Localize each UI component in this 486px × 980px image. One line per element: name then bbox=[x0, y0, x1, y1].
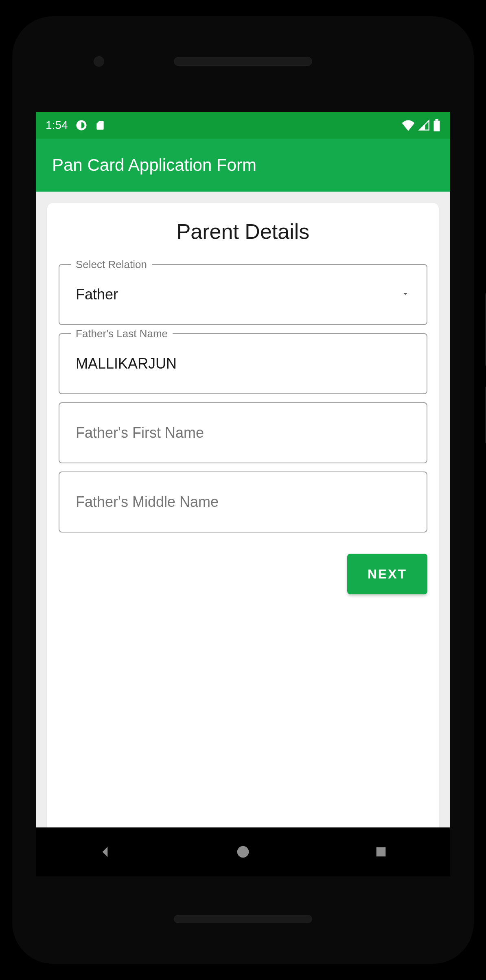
svg-rect-4 bbox=[377, 847, 386, 857]
svg-rect-2 bbox=[435, 119, 438, 121]
status-time: 1:54 bbox=[46, 119, 68, 132]
lastname-input[interactable] bbox=[76, 355, 410, 372]
signal-icon bbox=[418, 120, 430, 131]
app-notification-icon bbox=[75, 119, 88, 131]
content: Parent Details Select Relation Father bbox=[36, 192, 450, 876]
firstname-input[interactable] bbox=[76, 424, 410, 441]
device-speaker-bottom bbox=[174, 915, 312, 923]
relation-label: Select Relation bbox=[71, 258, 152, 271]
nav-bar bbox=[36, 827, 450, 876]
firstname-field bbox=[59, 402, 427, 463]
device-frame: 1:54 bbox=[0, 0, 486, 980]
form-card: Parent Details Select Relation Father bbox=[47, 203, 439, 865]
device-speaker-top bbox=[174, 57, 312, 66]
relation-value: Father bbox=[76, 286, 401, 303]
battery-icon bbox=[433, 119, 440, 131]
app-bar: Pan Card Application Form bbox=[36, 139, 450, 192]
device-inner: 1:54 bbox=[12, 16, 474, 964]
chevron-down-icon bbox=[401, 289, 410, 300]
home-button[interactable] bbox=[231, 840, 255, 864]
app-title: Pan Card Application Form bbox=[52, 155, 256, 175]
middlename-field bbox=[59, 471, 427, 533]
lastname-field: Father's Last Name bbox=[59, 333, 427, 394]
status-left: 1:54 bbox=[46, 119, 105, 132]
device-camera bbox=[94, 56, 104, 67]
sd-card-icon bbox=[95, 119, 105, 131]
screen: 1:54 bbox=[36, 112, 450, 876]
status-right bbox=[401, 119, 440, 131]
section-title: Parent Details bbox=[59, 219, 427, 244]
lastname-label: Father's Last Name bbox=[71, 327, 173, 340]
svg-point-3 bbox=[237, 846, 249, 858]
svg-rect-1 bbox=[434, 121, 440, 131]
relation-field: Select Relation Father bbox=[59, 264, 427, 325]
recent-button[interactable] bbox=[369, 840, 393, 864]
wifi-icon bbox=[401, 120, 415, 131]
relation-select[interactable]: Select Relation Father bbox=[59, 264, 427, 325]
middlename-input[interactable] bbox=[76, 493, 410, 511]
status-bar: 1:54 bbox=[36, 112, 450, 139]
actions-row: NEXT bbox=[59, 554, 427, 594]
back-button[interactable] bbox=[93, 840, 117, 864]
next-button[interactable]: NEXT bbox=[347, 554, 427, 594]
